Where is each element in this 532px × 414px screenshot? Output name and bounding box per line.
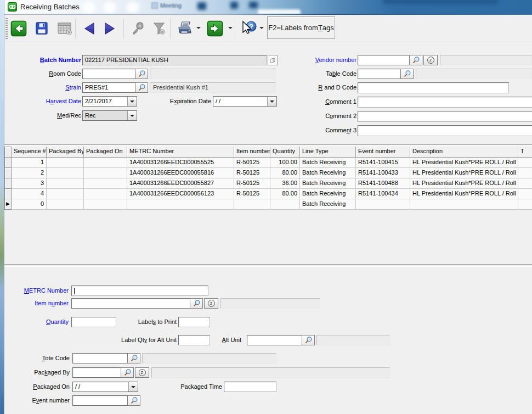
packaged-on-combo[interactable]: / /	[72, 382, 138, 392]
grid-cell[interactable]: Batch Receiving	[300, 199, 356, 210]
grid-cell[interactable]	[234, 199, 270, 210]
go-button[interactable]	[205, 18, 225, 40]
grid-cell[interactable]: 80.00	[270, 168, 300, 178]
grid-cell[interactable]	[410, 199, 518, 210]
grid-cell[interactable]	[47, 189, 84, 199]
grid-cell[interactable]: 1	[12, 158, 47, 168]
previous-record-button[interactable]	[80, 18, 99, 40]
grid-cell[interactable]: HL Presidential Kush*PRE ROLL / Roll	[410, 158, 518, 168]
grid-cell[interactable]	[518, 178, 532, 189]
dropdown-arrow-icon[interactable]	[127, 111, 137, 120]
grid-cell[interactable]: HL Presidential Kush*PRE ROLL / Roll	[410, 189, 518, 199]
labels-to-print-field[interactable]	[178, 317, 210, 327]
grid-cell[interactable]: 36.00	[270, 178, 300, 189]
grid-cell[interactable]	[47, 158, 84, 168]
grid-cell[interactable]: R-50125	[234, 189, 270, 199]
row-selector[interactable]	[4, 168, 12, 178]
packaged-time-field[interactable]	[224, 382, 276, 392]
grid-cell[interactable]	[518, 168, 532, 178]
save-button[interactable]	[32, 18, 52, 40]
toolbar-grip[interactable]	[5, 18, 8, 39]
row-selector[interactable]	[4, 158, 12, 168]
grid-cell[interactable]	[518, 158, 532, 168]
med-rec-combo[interactable]: Rec	[82, 110, 137, 121]
grid-cell[interactable]: R5141-100434	[356, 189, 410, 199]
grid-cell[interactable]: HL Presidential Kush*PRE ROLL / Roll	[410, 178, 518, 189]
grid-cell[interactable]: 4	[12, 189, 47, 199]
grid-cell[interactable]	[84, 168, 127, 178]
grid-cell[interactable]: R-50125	[234, 178, 270, 189]
alt-unit-search-button[interactable]	[302, 335, 315, 345]
grid-cell[interactable]	[47, 199, 84, 210]
grid-cell[interactable]	[47, 168, 84, 178]
table-row[interactable]: 11A400031266EEDC000055525R-50125100.00Ba…	[4, 158, 532, 168]
grid-cell[interactable]: 2	[12, 168, 47, 178]
packaged-by-search-button[interactable]	[121, 367, 134, 378]
grid-cell[interactable]: R5141-100433	[356, 168, 410, 178]
alt-unit-field[interactable]	[247, 335, 302, 345]
grid-cell[interactable]: R-50125	[234, 168, 270, 178]
f2-labels-from-tags-button[interactable]: F2=Labels from Tags	[267, 16, 335, 39]
batch-number-field[interactable]: 022117 PRESIDENTIAL KUSH	[82, 55, 267, 65]
item-number-field[interactable]	[71, 298, 190, 309]
grid-cell[interactable]	[84, 178, 127, 189]
next-record-button[interactable]	[100, 18, 120, 40]
strain-search-button[interactable]	[135, 82, 148, 93]
table-row[interactable]: 41A400031266EEDC000056123R-5012580.00Bat…	[4, 189, 532, 199]
grid-cell[interactable]	[518, 199, 532, 210]
grid-cell[interactable]: 1A400031266EEDC000056123	[127, 189, 234, 199]
table-code-search-button[interactable]	[400, 69, 414, 79]
dropdown-arrow-icon[interactable]	[127, 97, 137, 106]
grid-cell[interactable]	[127, 199, 234, 210]
help-dropdown-caret[interactable]	[259, 27, 264, 29]
grid-cell[interactable]: 80.00	[270, 189, 300, 199]
grid-cell[interactable]: 1A400031266EEDC000055816	[127, 168, 234, 178]
dropdown-arrow-icon[interactable]	[267, 97, 276, 106]
room-code-field[interactable]	[82, 69, 135, 79]
grid-cell[interactable]: 3	[12, 178, 47, 189]
print-dropdown-caret[interactable]	[196, 27, 201, 29]
row-selector[interactable]: ▶	[4, 199, 12, 210]
dropdown-arrow-icon[interactable]	[128, 382, 138, 391]
room-code-search-button[interactable]	[135, 69, 148, 79]
grid-cell[interactable]: Batch Receiving	[300, 178, 356, 189]
vendor-number-search-button[interactable]	[409, 55, 422, 65]
grid-cell[interactable]: Batch Receiving	[300, 158, 356, 168]
event-number-search-button[interactable]	[127, 395, 140, 406]
grid-cell[interactable]: Batch Receiving	[300, 189, 356, 199]
row-selector[interactable]	[4, 189, 12, 199]
table-row[interactable]: 31A400031266EEDC000055827R-5012536.00Bat…	[4, 178, 532, 189]
print-button[interactable]	[175, 18, 195, 40]
strain-field[interactable]: PRES#1	[82, 82, 135, 93]
go-dropdown-caret[interactable]	[228, 27, 233, 29]
metrc-number-field[interactable]	[71, 286, 208, 296]
vendor-number-field[interactable]	[358, 55, 409, 65]
grid-cell[interactable]: R5141-100488	[356, 178, 410, 189]
grid-cell[interactable]	[518, 189, 532, 199]
grid-cell[interactable]: 0	[12, 199, 47, 210]
grid-cell[interactable]: 1A400031266EEDC000055827	[127, 178, 234, 189]
expiration-date-combo[interactable]: / /	[213, 96, 277, 107]
help-select-button[interactable]: ?	[239, 18, 258, 40]
comment-3-field[interactable]	[358, 125, 532, 136]
grid-cell[interactable]: 100.00	[270, 158, 300, 168]
item-number-zoom-button[interactable]: z	[204, 298, 218, 309]
grid-cell[interactable]: 1A400031266EEDC000055525	[127, 158, 234, 168]
packaged-by-zoom-button[interactable]: z	[135, 367, 149, 378]
row-selector[interactable]	[4, 178, 12, 189]
grid-cell[interactable]	[47, 178, 84, 189]
comment-2-field[interactable]	[358, 111, 532, 122]
tote-code-search-button[interactable]	[127, 353, 140, 363]
grid-cell[interactable]: R-50125	[234, 158, 270, 168]
table-row[interactable]: ▶0Batch Receiving	[4, 199, 532, 210]
grid-cell[interactable]	[84, 189, 127, 199]
grid-cell[interactable]: R5141-100415	[356, 158, 410, 168]
r-and-d-code-field[interactable]	[358, 82, 509, 93]
batch-number-browse-button[interactable]	[268, 55, 278, 65]
item-number-search-button[interactable]	[190, 298, 203, 309]
titlebar[interactable]: Meeting Receiving Batches	[4, 0, 532, 14]
grid-cell[interactable]	[270, 199, 300, 210]
tote-code-field[interactable]	[72, 353, 127, 363]
table-row[interactable]: 21A400031266EEDC000055816R-5012580.00Bat…	[4, 168, 532, 178]
event-number-field[interactable]	[72, 395, 127, 406]
